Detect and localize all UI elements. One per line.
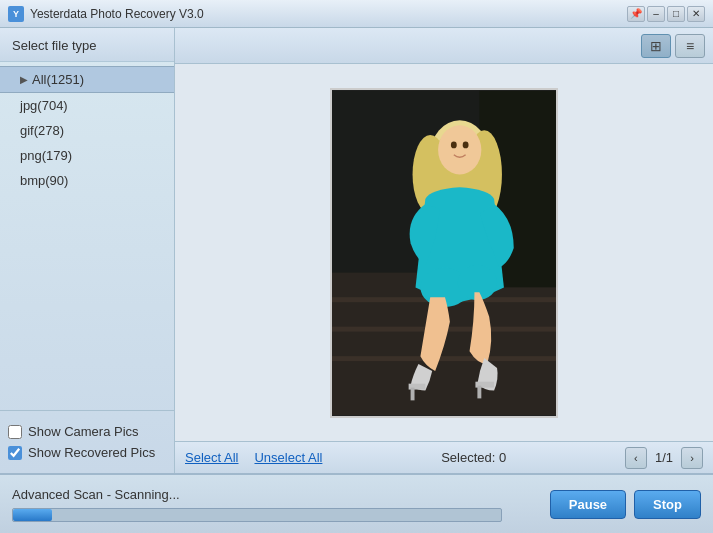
grid-icon: ⊞ bbox=[650, 38, 662, 54]
action-buttons: Pause Stop bbox=[550, 490, 701, 519]
arrow-icon: ▶ bbox=[20, 74, 28, 85]
file-type-item[interactable]: bmp(90) bbox=[0, 168, 174, 193]
app-title: Yesterdata Photo Recovery V3.0 bbox=[30, 7, 627, 21]
window-controls: 📌 – □ ✕ bbox=[627, 6, 705, 22]
svg-rect-4 bbox=[332, 356, 556, 361]
view-toolbar: ⊞ ≡ bbox=[175, 28, 713, 64]
progress-bar-fill bbox=[13, 509, 52, 521]
checkbox-item[interactable]: Show Recovered Pics bbox=[8, 442, 166, 463]
sidebar: Select file type ▶ All(1251)jpg(704)gif(… bbox=[0, 28, 175, 473]
file-type-item[interactable]: ▶ All(1251) bbox=[0, 66, 174, 93]
unselect-all-link[interactable]: Unselect All bbox=[254, 450, 322, 465]
minimize-button[interactable]: – bbox=[647, 6, 665, 22]
file-type-item[interactable]: png(179) bbox=[0, 143, 174, 168]
selected-count: Selected: 0 bbox=[441, 450, 506, 465]
photo-area: ⊞ ≡ bbox=[175, 28, 713, 473]
pagination: ‹ 1/1 › bbox=[625, 447, 703, 469]
checkbox-input[interactable] bbox=[8, 425, 22, 439]
sidebar-options: Show Camera PicsShow Recovered Pics bbox=[0, 410, 174, 473]
pin-button[interactable]: 📌 bbox=[627, 6, 645, 22]
file-type-item[interactable]: jpg(704) bbox=[0, 93, 174, 118]
checkbox-label: Show Recovered Pics bbox=[28, 445, 155, 460]
title-bar: Y Yesterdata Photo Recovery V3.0 📌 – □ ✕ bbox=[0, 0, 713, 28]
svg-point-14 bbox=[451, 141, 457, 148]
app-icon: Y bbox=[8, 6, 24, 22]
maximize-button[interactable]: □ bbox=[667, 6, 685, 22]
list-icon: ≡ bbox=[686, 38, 694, 54]
bottom-links: Select All Unselect All bbox=[185, 450, 322, 465]
svg-point-11 bbox=[438, 125, 481, 174]
next-page-button[interactable]: › bbox=[681, 447, 703, 469]
progress-row bbox=[12, 508, 538, 522]
file-type-item[interactable]: gif(278) bbox=[0, 118, 174, 143]
grid-view-button[interactable]: ⊞ bbox=[641, 34, 671, 58]
scan-status-text: Advanced Scan - Scanning... bbox=[12, 487, 538, 502]
photo-svg bbox=[332, 90, 556, 416]
close-button[interactable]: ✕ bbox=[687, 6, 705, 22]
page-info: 1/1 bbox=[651, 450, 677, 465]
photo-thumbnail[interactable] bbox=[330, 88, 558, 418]
pause-button[interactable]: Pause bbox=[550, 490, 626, 519]
main-content: Select file type ▶ All(1251)jpg(704)gif(… bbox=[0, 28, 713, 533]
sidebar-header: Select file type bbox=[0, 28, 174, 62]
checkbox-item[interactable]: Show Camera Pics bbox=[8, 421, 166, 442]
bottom-bar: Select All Unselect All Selected: 0 ‹ 1/… bbox=[175, 441, 713, 473]
photo-grid bbox=[175, 64, 713, 441]
checkbox-input[interactable] bbox=[8, 446, 22, 460]
prev-page-button[interactable]: ‹ bbox=[625, 447, 647, 469]
file-type-list: ▶ All(1251)jpg(704)gif(278)png(179)bmp(9… bbox=[0, 62, 174, 410]
checkbox-label: Show Camera Pics bbox=[28, 424, 139, 439]
content-area: Select file type ▶ All(1251)jpg(704)gif(… bbox=[0, 28, 713, 473]
svg-point-15 bbox=[463, 141, 469, 148]
status-bar: Advanced Scan - Scanning... Pause Stop bbox=[0, 473, 713, 533]
select-all-link[interactable]: Select All bbox=[185, 450, 238, 465]
stop-button[interactable]: Stop bbox=[634, 490, 701, 519]
progress-bar-container bbox=[12, 508, 502, 522]
status-left: Advanced Scan - Scanning... bbox=[12, 487, 538, 522]
list-view-button[interactable]: ≡ bbox=[675, 34, 705, 58]
